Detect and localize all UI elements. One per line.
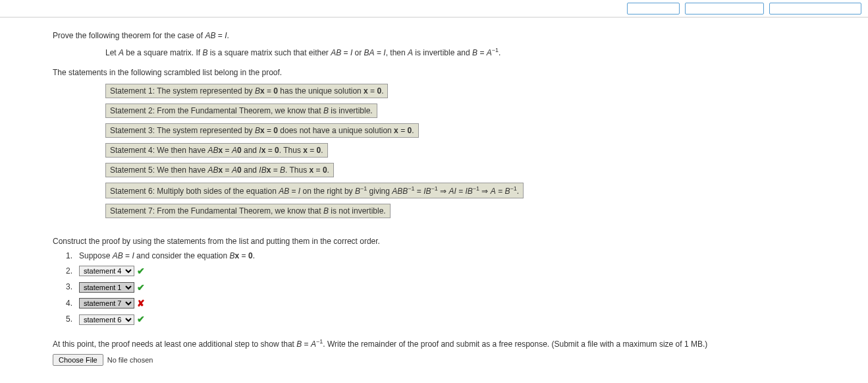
file-upload-row: Choose File No file chosen bbox=[53, 354, 815, 366]
proof-step-3-num: 3. bbox=[66, 281, 76, 293]
top-toolbar-strip bbox=[0, 0, 868, 17]
proof-step-5: 5. statement 6 ✔ bbox=[66, 312, 815, 326]
free-response-prompt: At this point, the proof needs at least … bbox=[53, 338, 815, 350]
check-icon: ✔ bbox=[137, 264, 145, 278]
choose-file-button[interactable]: Choose File bbox=[53, 354, 103, 366]
proof-step-2-num: 2. bbox=[66, 265, 76, 278]
proof-step-4: 4. statement 7 ✘ bbox=[66, 296, 815, 310]
check-icon: ✔ bbox=[137, 312, 145, 326]
proof-ordering-list: 1. Suppose AB = I and consider the equat… bbox=[66, 250, 815, 327]
toolbar-btn-3[interactable] bbox=[769, 3, 861, 15]
statement-7: Statement 7: From the Fundamental Theore… bbox=[105, 204, 391, 218]
statements-list: Statement 1: The system represented by B… bbox=[105, 84, 815, 223]
construct-intro: Construct the proof by using the stateme… bbox=[53, 237, 815, 246]
question-content: Prove the following theorem for the case… bbox=[0, 17, 868, 379]
proof-step-2: 2. statement 4 ✔ bbox=[66, 264, 815, 278]
proof-step-1-text: Suppose AB = I and consider the equation… bbox=[79, 250, 255, 262]
proof-step-1-num: 1. bbox=[66, 250, 76, 262]
no-file-chosen-text: No file chosen bbox=[107, 356, 153, 364]
proof-step-2-select[interactable]: statement 4 bbox=[79, 266, 134, 276]
proof-step-5-num: 5. bbox=[66, 313, 76, 326]
question-prompt: Prove the following theorem for the case… bbox=[53, 31, 815, 40]
scramble-intro: The statements in the following scramble… bbox=[53, 68, 815, 77]
proof-step-1: 1. Suppose AB = I and consider the equat… bbox=[66, 250, 815, 262]
cross-icon: ✘ bbox=[137, 296, 145, 310]
toolbar-btn-2[interactable] bbox=[685, 3, 764, 15]
check-icon: ✔ bbox=[137, 280, 145, 295]
proof-step-5-select[interactable]: statement 6 bbox=[79, 314, 134, 325]
proof-step-3-select[interactable]: statement 1 bbox=[79, 282, 134, 293]
statement-3: Statement 3: The system represented by B… bbox=[105, 123, 419, 138]
statement-5: Statement 5: We then have ABx = A0 and I… bbox=[105, 163, 334, 177]
statement-4: Statement 4: We then have ABx = A0 and I… bbox=[105, 143, 328, 158]
proof-step-3: 3. statement 1 ✔ bbox=[66, 280, 815, 295]
statement-1: Statement 1: The system represented by B… bbox=[105, 84, 388, 98]
toolbar-btn-1[interactable] bbox=[627, 3, 680, 15]
theorem-statement: Let A be a square matrix. If B is a squa… bbox=[105, 47, 815, 57]
proof-step-4-num: 4. bbox=[66, 297, 76, 310]
proof-step-4-select[interactable]: statement 7 bbox=[79, 298, 134, 309]
statement-6: Statement 6: Multiply both sides of the … bbox=[105, 183, 524, 198]
statement-2: Statement 2: From the Fundamental Theore… bbox=[105, 103, 377, 118]
